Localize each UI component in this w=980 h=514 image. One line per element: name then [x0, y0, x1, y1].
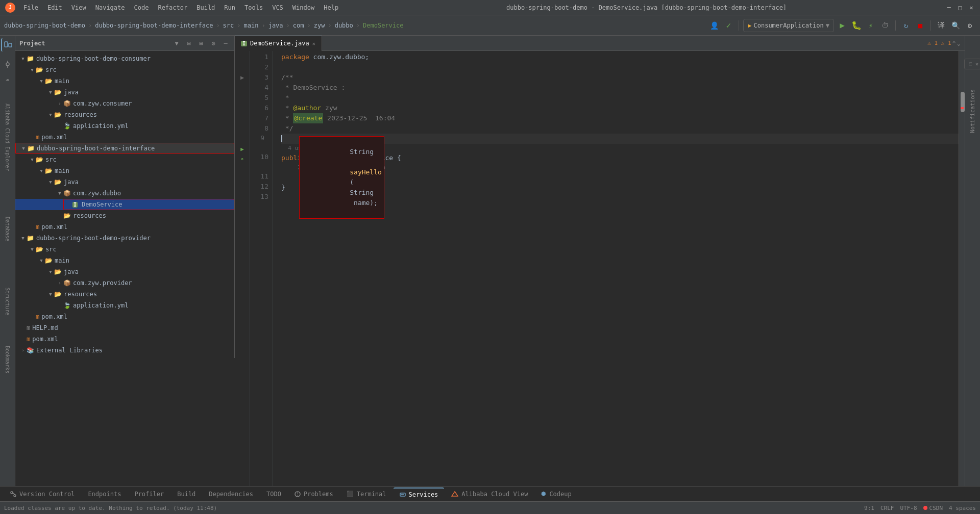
maximize-button[interactable]: □: [957, 4, 964, 11]
tree-provider-src[interactable]: ▼ 📂 src: [15, 244, 234, 255]
panel-tab-codeup[interactable]: ⬢ Codeup: [535, 487, 577, 501]
run-button[interactable]: ▶: [836, 19, 848, 32]
menu-help[interactable]: Help: [320, 3, 342, 12]
tree-provider-module[interactable]: ▼ 📁 dubbo-spring-boot-demo-provider: [15, 233, 234, 244]
tree-interface-resources[interactable]: › 📂 resources: [15, 210, 234, 221]
breadcrumb-class[interactable]: DemoService: [363, 22, 403, 29]
run-config-selector[interactable]: ▶ ConsumerApplication ▼: [743, 19, 834, 32]
tree-help-md[interactable]: › m HELP.md: [15, 322, 234, 333]
scroll-indicator[interactable]: [959, 51, 965, 486]
tree-provider-pkg[interactable]: › 📦 com.zyw.provider: [15, 277, 234, 289]
panel-tab-profiler[interactable]: Profiler: [128, 487, 170, 501]
tab-close-demoservice[interactable]: ✕: [312, 41, 315, 46]
scroll-thumb[interactable]: [961, 92, 965, 112]
bookmarks-label[interactable]: Bookmarks: [1, 344, 14, 375]
menu-code[interactable]: Code: [130, 3, 153, 12]
code-content[interactable]: package com.zyw.dubbo; /** * DemoService…: [273, 51, 959, 486]
stop-button[interactable]: ■: [914, 19, 926, 32]
status-encoding[interactable]: UTF-8: [900, 505, 917, 511]
gutter-run-10[interactable]: ▶: [235, 144, 250, 154]
panel-tab-build[interactable]: Build: [171, 487, 202, 501]
tree-interface-java[interactable]: ▼ 📂 java: [15, 176, 234, 188]
maven-panel-button[interactable]: m ✕: [964, 59, 980, 69]
bookmark-toolbar-button[interactable]: ✓: [722, 19, 734, 32]
project-sidebar-button[interactable]: [1, 38, 14, 52]
tree-provider-resources[interactable]: ▼ 📂 resources: [15, 289, 234, 300]
structure-label[interactable]: Structure: [1, 286, 14, 317]
project-settings-button[interactable]: ⚙: [209, 39, 218, 48]
translate-button[interactable]: 译: [935, 19, 947, 32]
minimize-button[interactable]: ─: [945, 4, 952, 11]
tree-ext-libs[interactable]: › 📚 External Libraries: [15, 345, 234, 356]
search-everywhere-button[interactable]: 🔍: [949, 19, 962, 32]
tree-consumer-module[interactable]: ▼ 📁 dubbo-spring-boot-demo-consumer: [15, 53, 234, 64]
tab-panel-collapse[interactable]: ⌄: [957, 40, 961, 47]
tree-consumer-pom[interactable]: › m pom.xml: [15, 132, 234, 143]
tree-provider-java[interactable]: ▼ 📂 java: [15, 266, 234, 277]
project-options-button[interactable]: ▼: [172, 39, 181, 48]
breadcrumb-com[interactable]: com: [293, 22, 304, 29]
tree-consumer-pkg[interactable]: › 📦 com.zyw.consumer: [15, 98, 234, 109]
editor-tab-demoservice[interactable]: I DemoService.java ✕: [235, 36, 322, 51]
notifications-label[interactable]: Notifications: [967, 85, 978, 137]
menu-tools[interactable]: Tools: [240, 3, 267, 12]
menu-run[interactable]: Run: [220, 3, 239, 12]
menu-navigate[interactable]: Navigate: [91, 3, 129, 12]
tree-interface-main[interactable]: ▼ 📂 main: [15, 165, 234, 176]
tree-consumer-yaml[interactable]: › 🍃 application.yml: [15, 120, 234, 132]
panel-tab-terminal[interactable]: ⬛ Terminal: [340, 487, 393, 501]
panel-tab-todo[interactable]: TODO: [260, 487, 287, 501]
panel-tab-services[interactable]: Services: [394, 487, 445, 501]
cloud-sidebar-button[interactable]: ☁: [1, 72, 14, 85]
project-minimize-button[interactable]: —: [221, 39, 230, 48]
breadcrumb-java[interactable]: java: [268, 22, 283, 29]
panel-tab-dependencies[interactable]: Dependencies: [203, 487, 259, 501]
status-indent[interactable]: 4 spaces: [949, 505, 976, 511]
tree-interface-demoservice[interactable]: › I DemoService →: [15, 199, 234, 210]
close-button[interactable]: ✕: [968, 4, 975, 11]
project-expand-all-button[interactable]: ⊞: [197, 39, 206, 48]
tree-interface-pom[interactable]: › m pom.xml: [15, 221, 234, 233]
menu-build[interactable]: Build: [192, 3, 219, 12]
menu-refactor[interactable]: Refactor: [154, 3, 191, 12]
menu-file[interactable]: File: [19, 3, 42, 12]
alibaba-cloud-label[interactable]: Alibaba Cloud Explorer: [1, 101, 14, 173]
tree-interface-module[interactable]: ▼ 📁 dubbo-spring-boot-demo-interface: [15, 143, 234, 154]
panel-tab-version-control[interactable]: Version Control: [4, 487, 81, 501]
panel-tab-endpoints[interactable]: Endpoints: [82, 487, 127, 501]
breadcrumb-project[interactable]: dubbo-spring-boot-demo: [4, 22, 85, 29]
settings-button[interactable]: ⚙: [964, 19, 976, 32]
tree-consumer-src[interactable]: ▼ 📂 src: [15, 64, 234, 75]
tree-interface-pkg[interactable]: ▼ 📦 com.zyw.dubbo: [15, 188, 234, 199]
breadcrumb-module[interactable]: dubbo-spring-boot-demo-interface: [95, 22, 213, 29]
panel-tab-problems[interactable]: ! Problems: [288, 487, 339, 501]
status-crlf[interactable]: CRLF: [880, 505, 894, 511]
debug-button[interactable]: 🐛: [850, 19, 863, 32]
menu-view[interactable]: View: [67, 3, 90, 12]
coverage-button[interactable]: ⚡: [865, 19, 877, 32]
maven-close-btn[interactable]: ✕: [975, 61, 978, 67]
tree-root-pom[interactable]: › m pom.xml: [15, 333, 234, 345]
profile-button[interactable]: ⏱: [879, 19, 891, 32]
tab-panel-expand[interactable]: ⌃: [952, 40, 956, 47]
panel-tab-alibaba[interactable]: Alibaba Cloud View: [445, 487, 534, 501]
status-errors[interactable]: CSDN: [923, 505, 943, 511]
tree-provider-yaml[interactable]: › 🍃 application.yml: [15, 300, 234, 311]
breadcrumb-main[interactable]: main: [244, 22, 259, 29]
gutter-run-11[interactable]: ⚬: [235, 154, 250, 164]
menu-window[interactable]: Window: [288, 3, 318, 12]
person-button[interactable]: 👤: [708, 19, 720, 32]
commit-sidebar-button[interactable]: [1, 58, 14, 71]
breadcrumb-src[interactable]: src: [223, 22, 234, 29]
breadcrumb-dubbo[interactable]: dubbo: [335, 22, 353, 29]
tree-consumer-resources[interactable]: ▼ 📂 resources: [15, 109, 234, 120]
tree-interface-src[interactable]: ▼ 📂 src: [15, 154, 234, 165]
tree-consumer-java[interactable]: ▼ 📂 java: [15, 87, 234, 98]
database-sidebar-button[interactable]: Database: [1, 215, 14, 243]
menu-vcs[interactable]: VCS: [268, 3, 287, 12]
error-count-indicator[interactable]: ⚠ 1 ⚠ 1: [927, 40, 951, 46]
status-position[interactable]: 9:1: [864, 505, 874, 511]
breadcrumb-zyw[interactable]: zyw: [314, 22, 325, 29]
menu-edit[interactable]: Edit: [43, 3, 66, 12]
vcs-update-button[interactable]: ↻: [900, 19, 912, 32]
